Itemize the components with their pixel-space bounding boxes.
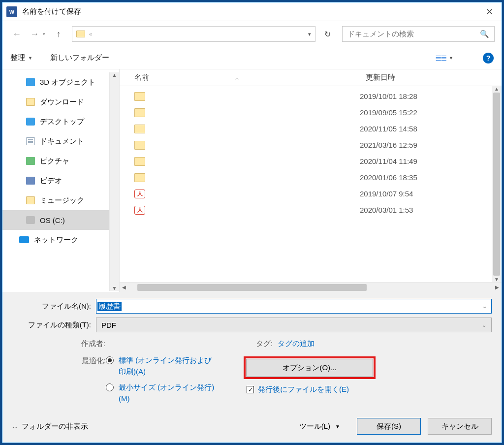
folder-icon: [134, 108, 145, 117]
scroll-right-icon[interactable]: ▶: [493, 285, 502, 290]
dialog-footer: ︿ フォルダーの非表示 ツール(L) ▼ 保存(S) キャンセル: [2, 413, 502, 443]
file-row[interactable]: 人2020/03/01 1:53: [120, 202, 492, 218]
file-row[interactable]: 2020/11/04 11:49: [120, 153, 492, 169]
up-button[interactable]: ↑: [51, 27, 66, 41]
close-button[interactable]: ✕: [477, 2, 502, 21]
add-tag-link[interactable]: タグの追加: [278, 339, 315, 349]
folder-icon: [26, 196, 35, 204]
radio-standard[interactable]: 標準 (オンライン発行および印刷)(A): [106, 355, 244, 377]
doc-icon: [26, 137, 35, 145]
file-row[interactable]: 2021/03/16 12:59: [120, 137, 492, 153]
scroll-down-icon[interactable]: ▼: [112, 286, 117, 291]
tree-item[interactable]: ドキュメント: [2, 131, 109, 151]
file-date: 2019/09/05 15:22: [360, 108, 417, 117]
file-date: 2020/11/05 14:58: [360, 125, 417, 133]
refresh-button[interactable]: ↻: [318, 26, 336, 42]
save-button[interactable]: 保存(S): [357, 418, 421, 435]
scrollbar-thumb[interactable]: [493, 93, 500, 276]
folder-icon: [134, 157, 145, 166]
blue-icon: [26, 118, 35, 126]
filename-label: ファイル名(N):: [12, 302, 96, 311]
radio-icon: [106, 383, 114, 391]
col-name-header[interactable]: 名前 ︿: [134, 73, 351, 82]
tree-item[interactable]: ダウンロード: [2, 92, 109, 112]
file-hscrollbar[interactable]: ◀ ▶: [120, 282, 502, 292]
new-folder-button[interactable]: 新しいフォルダー: [50, 53, 109, 63]
scroll-up-icon[interactable]: ▲: [494, 86, 499, 92]
scroll-down-icon[interactable]: ▼: [494, 277, 499, 282]
file-date: 2020/11/04 11:49: [360, 157, 417, 165]
back-button[interactable]: ←: [9, 27, 24, 41]
tree-item[interactable]: ネットワーク: [2, 230, 109, 250]
chevron-down-icon: ▼: [28, 56, 32, 61]
file-row[interactable]: 2020/11/05 14:58: [120, 121, 492, 137]
tree-item-label: 3D オブジェクト: [40, 78, 95, 87]
filename-dropdown-icon[interactable]: ⌄: [478, 303, 490, 310]
tree-item[interactable]: ピクチャ: [2, 151, 109, 171]
pdf-icon: 人: [134, 190, 145, 198]
address-bar[interactable]: « ▾: [72, 26, 315, 42]
col-date-header[interactable]: 更新日時: [366, 73, 395, 82]
scrollbar-thumb[interactable]: [137, 284, 367, 291]
cancel-button[interactable]: キャンセル: [428, 418, 492, 435]
tag-label: タグ:: [256, 339, 273, 349]
file-list: 2019/10/01 18:282019/09/05 15:222020/11/…: [120, 86, 492, 282]
options-button[interactable]: オプション(O)...: [246, 359, 373, 377]
folder-tree: 3D オブジェクトダウンロードデスクトップドキュメントピクチャビデオミュージック…: [2, 69, 120, 292]
scroll-left-icon[interactable]: ◀: [120, 285, 128, 290]
folder-icon: [26, 98, 35, 106]
folder-icon: [134, 141, 145, 150]
scroll-up-icon[interactable]: ▲: [112, 72, 117, 78]
file-row[interactable]: 2019/10/01 18:28: [120, 88, 492, 104]
optimize-area: 最適化: 標準 (オンライン発行および印刷)(A) 最小サイズ (オンライン発行…: [12, 353, 492, 409]
tree-item[interactable]: 3D オブジェクト: [2, 72, 109, 92]
file-area: 名前 ︿ 更新日時 2019/10/01 18:282019/09/05 15:…: [120, 69, 502, 292]
toolbar: 整理 ▼ 新しいフォルダー ≣≣ ▼ ?: [2, 47, 502, 69]
column-headers: 名前 ︿ 更新日時: [120, 69, 502, 86]
file-row[interactable]: 2020/01/06 18:35: [120, 169, 492, 186]
folder-icon: [134, 125, 145, 133]
filename-value: 履歴書: [97, 302, 122, 311]
folder-icon: [134, 173, 145, 182]
tree-item-label: ピクチャ: [40, 157, 69, 166]
tree-item-label: ミュージック: [40, 196, 84, 205]
vid-icon: [26, 177, 35, 185]
file-row[interactable]: 人2019/10/07 9:54: [120, 186, 492, 202]
organize-menu[interactable]: 整理 ▼: [10, 53, 32, 63]
tree-item-label: ダウンロード: [40, 97, 84, 107]
nav-row: ← → ▾ ↑ « ▾ ↻ ドキュメントの検索 🔍: [2, 21, 502, 47]
chevron-down-icon: ⌄: [482, 322, 486, 328]
author-label: 作成者:: [12, 339, 108, 349]
file-vscrollbar[interactable]: ▲ ▼: [492, 86, 502, 282]
view-options-button[interactable]: ≣≣ ▼: [435, 53, 453, 63]
tree-item[interactable]: OS (C:): [2, 210, 109, 230]
help-button[interactable]: ?: [483, 53, 494, 64]
hide-folders-toggle[interactable]: ︿ フォルダーの非表示: [12, 422, 88, 431]
chevron-up-icon: ︿: [12, 423, 18, 430]
chevron-down-icon: ▼: [335, 424, 340, 429]
filetype-select[interactable]: PDF ⌄: [96, 318, 492, 332]
optimize-label: 最適化:: [71, 356, 106, 366]
file-row[interactable]: 2019/09/05 15:22: [120, 104, 492, 121]
address-dropdown-icon[interactable]: ▾: [308, 31, 311, 37]
search-input[interactable]: ドキュメントの検索 🔍: [342, 26, 495, 42]
chevron-down-icon: ▼: [449, 56, 453, 61]
open-after-checkbox[interactable]: ✓ 発行後にファイルを開く(E): [247, 385, 492, 394]
tree-item[interactable]: デスクトップ: [2, 112, 109, 131]
tree-item-label: ネットワーク: [34, 235, 78, 245]
window-title: 名前を付けて保存: [22, 7, 477, 16]
search-placeholder: ドキュメントの検索: [347, 30, 480, 39]
filename-input[interactable]: 履歴書 ⌄: [96, 299, 492, 314]
tools-menu[interactable]: ツール(L) ▼: [299, 422, 340, 431]
tree-item-label: ドキュメント: [40, 137, 84, 146]
tree-item[interactable]: ミュージック: [2, 191, 109, 210]
forward-button[interactable]: →: [27, 27, 42, 41]
view-icon: ≣≣: [435, 53, 446, 63]
tree-item[interactable]: ビデオ: [2, 171, 109, 191]
save-form: ファイル名(N): 履歴書 ⌄ ファイルの種類(T): PDF ⌄ 作成者: タ…: [2, 292, 502, 413]
history-dropdown[interactable]: ▾: [43, 32, 45, 36]
tree-scrollbar[interactable]: ▲ ▼: [109, 72, 119, 291]
radio-minimum[interactable]: 最小サイズ (オンライン発行)(M): [106, 382, 244, 404]
file-date: 2021/03/16 12:59: [360, 141, 417, 149]
filetype-value: PDF: [101, 321, 116, 329]
